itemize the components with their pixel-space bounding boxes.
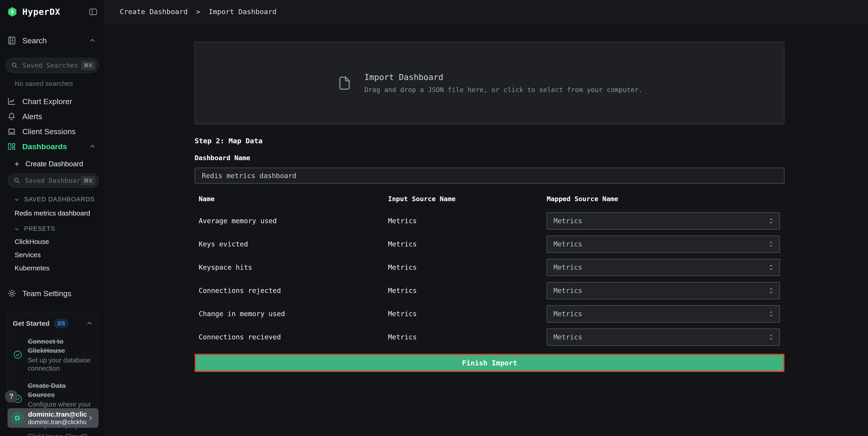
json-file-dropzone[interactable]: Import Dashboard Drag and drop a JSON fi… [194,42,784,124]
plus-icon [13,161,21,168]
dashboard-name-label: Dashboard Name [194,154,784,162]
mapped-source-select[interactable]: Metrics [547,282,780,299]
logo-row: HyperDX [0,0,104,24]
mapping-table: Name Input Source Name Mapped Source Nam… [194,191,784,349]
journal-search-icon [7,35,17,46]
sidebar-item-client-sessions[interactable]: Client Sessions [0,124,104,139]
sidebar-item-team-settings[interactable]: Team Settings [0,286,104,301]
select-chevrons-icon [768,310,774,318]
step-title: Connect to ClickHouse [28,337,93,355]
gear-icon [7,288,17,298]
input-source-name: Metrics [388,263,547,271]
chevron-right-icon [87,414,94,422]
saved-searches-input[interactable] [23,61,81,69]
table-row: Change in memory used Metrics Metrics [194,302,784,325]
input-source-name: Metrics [388,217,547,225]
table-header-row: Name Input Source Name Mapped Source Nam… [194,191,784,209]
mapped-source-select[interactable]: Metrics [547,259,780,276]
select-chevrons-icon [768,217,774,225]
no-saved-searches-text: No saved searches [14,80,104,87]
laptop-icon [7,127,17,136]
table-row: Connections rejected Metrics Metrics [194,279,784,302]
input-source-name: Metrics [388,287,547,294]
import-dashboard-panel: Import Dashboard Drag and drop a JSON fi… [194,42,784,372]
column-header-mapped-source: Mapped Source Name [547,195,784,203]
get-started-header[interactable]: Get Started 2/3 [13,319,93,328]
select-chevrons-icon [768,263,774,271]
get-started-title: Get Started [13,320,50,327]
step-title: Create Data Sources [28,381,93,399]
search-icon [11,61,19,69]
breadcrumb-create-dashboard[interactable]: Create Dashboard [120,7,188,16]
step-desc: Set up your database connection [28,356,93,373]
mapped-source-select[interactable]: Metrics [547,212,780,230]
select-chevrons-icon [768,287,774,295]
chevron-down-icon [14,196,20,203]
input-source-name: Metrics [388,333,547,341]
select-chevrons-icon [768,240,774,248]
finish-import-button[interactable]: Finish Import [194,354,784,372]
table-row: Keyspace hits Metrics Metrics [194,256,784,279]
breadcrumb-separator: > [196,7,200,16]
table-row: Keys evicted Metrics Metrics [194,232,784,256]
preset-item-clickhouse[interactable]: ClickHouse [14,238,49,245]
presets-section-header[interactable]: PRESETS [14,225,104,232]
sidebar-item-chart-explorer[interactable]: Chart Explorer [0,94,104,109]
input-source-name: Metrics [388,240,547,248]
sidebar: HyperDX Search ⌘K No saved sea [0,0,105,436]
saved-dashboard-item[interactable]: Redis metrics dashboard [14,209,90,217]
page-header: Create Dashboard > Import Dashboard [105,0,868,24]
nav-label: Client Sessions [22,127,96,136]
mapped-source-select[interactable]: Metrics [547,328,780,346]
get-started-progress-badge: 2/3 [54,319,68,328]
file-icon [337,73,352,93]
table-row: Connections recieved Metrics Metrics [194,325,784,349]
sidebar-item-alerts[interactable]: Alerts [0,109,104,124]
avatar: D [11,411,24,425]
metric-name: Keys evicted [194,240,388,248]
finish-import-label: Finish Import [462,359,517,367]
mapped-source-select[interactable]: Metrics [547,305,780,323]
section-label: PRESETS [24,225,55,232]
chevron-up-icon [86,320,93,327]
hyperdx-logo-icon [7,6,18,17]
metric-name: Connections recieved [194,333,388,341]
nav-label: Alerts [22,112,96,121]
chart-line-icon [7,96,17,106]
create-dashboard-label: Create Dashboard [26,160,83,168]
dashboard-name-input[interactable] [194,168,784,183]
user-account-chip[interactable]: D dominic.tran@clic... dominic.tran@clic… [7,408,98,428]
preset-item-services[interactable]: Services [14,251,41,259]
mapped-source-select[interactable]: Metrics [547,236,780,253]
saved-searches-searchbox[interactable]: ⌘K [5,58,99,73]
nav-label: Chart Explorer [22,97,96,106]
sidebar-item-dashboards[interactable]: Dashboards [0,139,104,154]
metric-name: Average memory used [194,217,388,225]
metric-name: Connections rejected [194,287,388,294]
create-dashboard-button[interactable]: Create Dashboard [0,158,104,170]
step-2-heading: Step 2: Map Data [194,137,784,145]
get-started-step-connect[interactable]: Connect to ClickHouse Set up your databa… [13,337,93,373]
check-circle-icon [13,350,23,359]
saved-dashboards-input[interactable] [25,177,81,184]
shortcut-badge: ⌘K [81,176,96,185]
breadcrumb: Create Dashboard > Import Dashboard [120,7,277,16]
brand-title: HyperDX [22,7,88,17]
shortcut-badge: ⌘K [81,61,96,70]
saved-dashboards-section-header[interactable]: SAVED DASHBOARDS [14,196,104,203]
dropzone-title: Import Dashboard [364,72,643,82]
search-icon [13,177,21,184]
preset-item-kubernetes[interactable]: Kubernetes [14,264,50,272]
saved-dashboards-searchbox[interactable]: ⌘K [8,174,99,188]
dashboard-grid-icon [7,142,17,151]
dropzone-subtitle: Drag and drop a JSON file here, or click… [364,86,643,94]
sidebar-collapse-icon[interactable] [88,7,98,17]
sidebar-section-search[interactable]: Search [0,33,104,48]
user-name: dominic.tran@clic... [28,410,87,418]
breadcrumb-import-dashboard: Import Dashboard [209,7,277,16]
bell-icon [7,112,17,121]
search-section-label: Search [22,36,89,45]
metric-name: Keyspace hits [194,263,388,271]
select-chevrons-icon [768,333,774,341]
help-button[interactable]: ? [5,390,18,403]
